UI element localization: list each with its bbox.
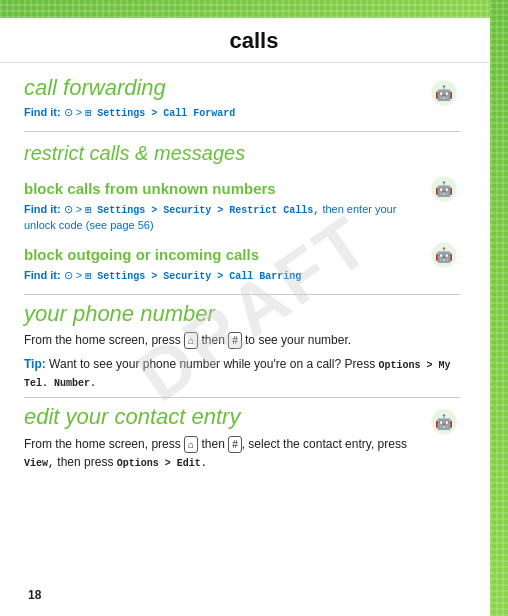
block-outgoing-section: block outgoing or incoming calls Find it… — [24, 237, 460, 288]
options-edit: Options > Edit. — [117, 458, 207, 469]
svg-text:🤖: 🤖 — [435, 84, 453, 102]
call-forwarding-heading: call forwarding — [24, 75, 422, 101]
call-forwarding-find-it: Find it: ⊙ > ⊞ Settings > Call Forward — [24, 105, 422, 121]
find-it-label-1: Find it: — [24, 106, 61, 118]
right-border — [490, 0, 508, 616]
block-outgoing-heading: block outgoing or incoming calls — [24, 245, 422, 265]
restrict-heading: restrict calls & messages — [24, 142, 460, 165]
top-border — [0, 0, 508, 18]
block-unknown-section: block calls from unknown numbers Find it… — [24, 171, 460, 237]
find-it-menu-1: ⊞ Settings > Call Forward — [85, 108, 235, 119]
edit-contact-body: From the home screen, press ⌂ then #, se… — [24, 435, 422, 471]
block-unknown-heading: block calls from unknown numbers — [24, 179, 422, 199]
svg-text:🤖: 🤖 — [435, 180, 453, 198]
find-it-label-3: Find it: — [24, 269, 61, 281]
block-unknown-find-it: Find it: ⊙ > ⊞ Settings > Security > Res… — [24, 202, 422, 233]
android-icon-1: 🤖 — [428, 77, 460, 109]
tip-body: Tip: Want to see your phone number while… — [24, 355, 460, 391]
svg-text:🤖: 🤖 — [435, 246, 453, 264]
block-outgoing-find-it: Find it: ⊙ > ⊞ Settings > Security > Cal… — [24, 268, 422, 284]
divider-1 — [24, 131, 460, 132]
call-forwarding-content: call forwarding Find it: ⊙ > ⊞ Settings … — [24, 75, 422, 125]
block-outgoing-content: block outgoing or incoming calls Find it… — [24, 237, 422, 288]
tip-label: Tip: — [24, 357, 46, 371]
find-it-bullet-2: ⊙ > — [64, 203, 86, 215]
find-it-bullet-1: ⊙ > — [64, 106, 86, 118]
your-phone-body: From the home screen, press ⌂ then # to … — [24, 331, 460, 349]
page-number: 18 — [28, 588, 41, 602]
find-it-label-2: Find it: — [24, 203, 61, 215]
find-it-menu-3: ⊞ Settings > Security > Call Barring — [85, 271, 301, 282]
view-text: View, — [24, 458, 54, 469]
edit-contact-section: edit your contact entry From the home sc… — [24, 404, 460, 476]
your-phone-heading: your phone number — [24, 301, 460, 327]
tip-menu: Options > My Tel. Number. — [24, 360, 451, 389]
content: call forwarding Find it: ⊙ > ⊞ Settings … — [0, 63, 490, 489]
find-it-menu-2: ⊞ Settings > Security > Restrict Calls, — [85, 205, 319, 216]
find-it-bullet-3: ⊙ > — [64, 269, 86, 281]
android-icon-2: 🤖 — [428, 173, 460, 205]
svg-text:🤖: 🤖 — [435, 413, 453, 431]
android-icon-4: 🤖 — [428, 406, 460, 438]
edit-contact-heading: edit your contact entry — [24, 404, 422, 430]
android-icon-3: 🤖 — [428, 239, 460, 271]
divider-3 — [24, 397, 460, 398]
call-forwarding-section: call forwarding Find it: ⊙ > ⊞ Settings … — [24, 75, 460, 125]
page-title: calls — [230, 28, 279, 53]
page-title-bar: calls — [0, 18, 508, 63]
edit-contact-content: edit your contact entry From the home sc… — [24, 404, 422, 476]
divider-2 — [24, 294, 460, 295]
block-unknown-content: block calls from unknown numbers Find it… — [24, 171, 422, 237]
